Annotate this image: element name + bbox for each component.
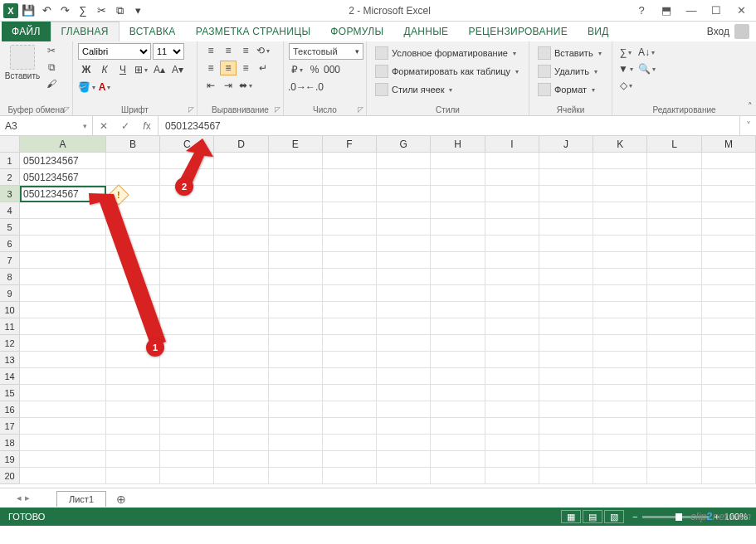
cell-M17[interactable] bbox=[702, 418, 756, 435]
cell-H3[interactable] bbox=[431, 186, 485, 202]
collapse-ribbon-icon[interactable]: ˄ bbox=[748, 101, 753, 112]
cell-C14[interactable] bbox=[160, 368, 214, 385]
cell-K16[interactable] bbox=[593, 401, 647, 418]
tab-view[interactable]: ВИД bbox=[578, 22, 619, 41]
cell-A5[interactable] bbox=[20, 219, 106, 236]
cell-I9[interactable] bbox=[485, 285, 539, 302]
cell-H16[interactable] bbox=[431, 401, 485, 418]
cell-H17[interactable] bbox=[431, 418, 485, 435]
formula-input[interactable]: 0501234567 bbox=[159, 116, 739, 135]
cell-K19[interactable] bbox=[593, 451, 647, 468]
cell-I19[interactable] bbox=[485, 451, 539, 468]
cell-B9[interactable] bbox=[106, 285, 160, 302]
cell-G19[interactable] bbox=[377, 451, 431, 468]
align-left-button[interactable]: ≡ bbox=[202, 61, 219, 75]
row-header-17[interactable]: 17 bbox=[0, 418, 20, 435]
row-header-2[interactable]: 2 bbox=[0, 169, 20, 186]
cell-I1[interactable] bbox=[485, 153, 539, 169]
cell-G10[interactable] bbox=[377, 302, 431, 318]
cell-L11[interactable] bbox=[647, 318, 701, 335]
cell-B16[interactable] bbox=[106, 401, 160, 418]
cell-M1[interactable] bbox=[702, 153, 756, 169]
cell-E19[interactable] bbox=[269, 451, 323, 468]
cell-D17[interactable] bbox=[214, 418, 268, 435]
paste-button[interactable]: Вставить bbox=[5, 43, 40, 80]
excel-logo-icon[interactable]: X bbox=[3, 3, 18, 18]
cell-H19[interactable] bbox=[431, 451, 485, 468]
cell-L15[interactable] bbox=[647, 385, 701, 401]
cell-I7[interactable] bbox=[485, 252, 539, 269]
cell-G1[interactable] bbox=[377, 153, 431, 169]
cell-J9[interactable] bbox=[539, 285, 593, 302]
cell-M6[interactable] bbox=[702, 236, 756, 252]
comma-format-button[interactable]: 000 bbox=[324, 62, 340, 77]
cell-J14[interactable] bbox=[539, 368, 593, 385]
cell-M10[interactable] bbox=[702, 302, 756, 318]
cell-J12[interactable] bbox=[539, 335, 593, 352]
cell-A4[interactable] bbox=[20, 202, 106, 219]
column-header-M[interactable]: M bbox=[702, 136, 756, 153]
select-all-corner[interactable] bbox=[0, 136, 20, 153]
format-painter-button[interactable]: 🖌 bbox=[43, 76, 60, 91]
column-header-E[interactable]: E bbox=[269, 136, 323, 153]
cell-E10[interactable] bbox=[269, 302, 323, 318]
tab-home[interactable]: ГЛАВНАЯ bbox=[51, 22, 119, 41]
qat-customize-icon[interactable]: ▾ bbox=[129, 2, 146, 19]
clear-button[interactable]: ◇ bbox=[617, 78, 634, 93]
cell-I2[interactable] bbox=[485, 169, 539, 186]
cell-H15[interactable] bbox=[431, 385, 485, 401]
cell-H18[interactable] bbox=[431, 435, 485, 451]
cell-G16[interactable] bbox=[377, 401, 431, 418]
cell-M2[interactable] bbox=[702, 169, 756, 186]
cell-E17[interactable] bbox=[269, 418, 323, 435]
row-header-1[interactable]: 1 bbox=[0, 153, 20, 169]
cell-G6[interactable] bbox=[377, 236, 431, 252]
column-header-I[interactable]: I bbox=[485, 136, 539, 153]
cell-B19[interactable] bbox=[106, 451, 160, 468]
column-header-G[interactable]: G bbox=[377, 136, 431, 153]
cell-L10[interactable] bbox=[647, 302, 701, 318]
cell-L16[interactable] bbox=[647, 401, 701, 418]
cancel-formula-button[interactable]: ✕ bbox=[93, 120, 115, 132]
cell-M4[interactable] bbox=[702, 202, 756, 219]
cell-G3[interactable] bbox=[377, 186, 431, 202]
column-header-A[interactable]: A bbox=[20, 136, 106, 153]
row-header-7[interactable]: 7 bbox=[0, 252, 20, 269]
cell-C9[interactable] bbox=[160, 285, 214, 302]
merge-button[interactable]: ⬌ bbox=[237, 78, 254, 93]
tab-insert[interactable]: ВСТАВКА bbox=[119, 22, 186, 41]
cell-A8[interactable] bbox=[20, 269, 106, 285]
decrease-font-button[interactable]: A▾ bbox=[169, 62, 186, 77]
cell-H10[interactable] bbox=[431, 302, 485, 318]
cell-B17[interactable] bbox=[106, 418, 160, 435]
row-header-4[interactable]: 4 bbox=[0, 202, 20, 219]
cell-K13[interactable] bbox=[593, 352, 647, 368]
cell-K8[interactable] bbox=[593, 269, 647, 285]
cell-I3[interactable] bbox=[485, 186, 539, 202]
cell-F19[interactable] bbox=[323, 451, 377, 468]
fill-color-button[interactable]: 🪣 bbox=[78, 80, 95, 95]
cell-M18[interactable] bbox=[702, 435, 756, 451]
cell-F1[interactable] bbox=[323, 153, 377, 169]
cell-F5[interactable] bbox=[323, 219, 377, 236]
cell-C10[interactable] bbox=[160, 302, 214, 318]
cell-H11[interactable] bbox=[431, 318, 485, 335]
cell-E13[interactable] bbox=[269, 352, 323, 368]
cell-G14[interactable] bbox=[377, 368, 431, 385]
cell-J17[interactable] bbox=[539, 418, 593, 435]
cell-G20[interactable] bbox=[377, 468, 431, 484]
cell-E1[interactable] bbox=[269, 153, 323, 169]
clipboard-launcher-icon[interactable]: ◸ bbox=[64, 105, 70, 114]
insert-function-button[interactable]: fx bbox=[136, 120, 158, 132]
increase-indent-button[interactable]: ⇥ bbox=[220, 78, 237, 93]
cell-D10[interactable] bbox=[214, 302, 268, 318]
cell-H12[interactable] bbox=[431, 335, 485, 352]
cell-J8[interactable] bbox=[539, 269, 593, 285]
cell-B4[interactable] bbox=[106, 202, 160, 219]
number-format-select[interactable]: Текстовый▾ bbox=[289, 43, 363, 60]
underline-button[interactable]: Ч bbox=[115, 62, 131, 77]
align-right-button[interactable]: ≡ bbox=[237, 61, 254, 75]
cell-C20[interactable] bbox=[160, 468, 214, 484]
cell-E16[interactable] bbox=[269, 401, 323, 418]
ribbon-options-button[interactable]: ⬒ bbox=[655, 2, 678, 19]
